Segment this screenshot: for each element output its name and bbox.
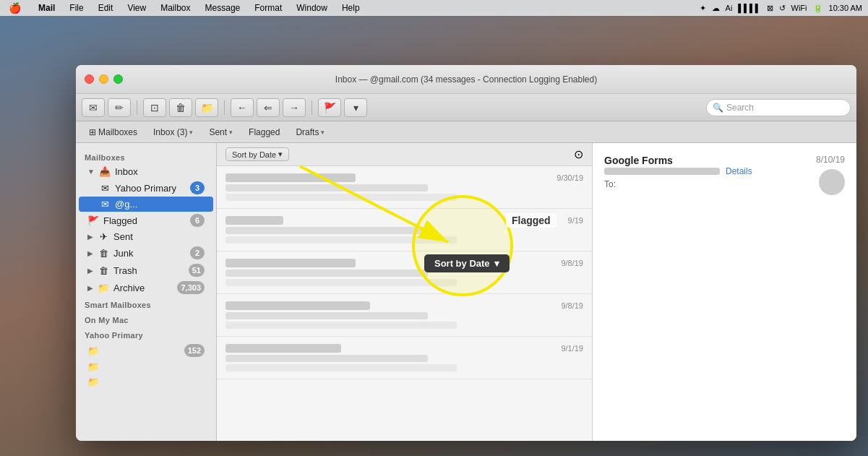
menu-help[interactable]: Help [339, 2, 363, 14]
minimize-button[interactable] [99, 74, 108, 84]
thread-icon[interactable]: ⊙ [574, 147, 583, 161]
dropbox-icon[interactable]: ✦ [700, 4, 706, 13]
menu-mail[interactable]: Mail [35, 2, 58, 14]
menu-view[interactable]: View [124, 2, 149, 14]
edit-icon: ✏ [115, 102, 124, 113]
menu-format[interactable]: Format [252, 2, 285, 14]
detail-subject-bar [604, 168, 720, 175]
sidebar-archive-label: Archive [113, 283, 173, 293]
tab-inbox-label: Inbox (3) [153, 127, 187, 137]
menubar: 🍎 Mail File Edit View Mailbox Message Fo… [0, 0, 868, 16]
msg-sender-bar [225, 216, 283, 225]
chevron-down-icon: ▾ [189, 129, 193, 136]
sidebar-item-junk[interactable]: ▶ 🗑 Junk 2 [79, 244, 213, 262]
tab-drafts-label: Drafts [296, 127, 319, 137]
folder-icon: 📁 [87, 377, 99, 387]
message-row[interactable]: 9/8/19 [217, 251, 592, 294]
sidebar-yahoo-folder-3[interactable]: 📁 [79, 374, 213, 390]
folder-icon: 📁 [201, 102, 213, 113]
sidebar-item-sent[interactable]: ▶ ✈ Sent [79, 229, 213, 244]
sidebar-item-archive[interactable]: ▶ 📁 Archive 7,303 [79, 279, 213, 296]
compose-icon-btn[interactable]: ✏ [108, 98, 131, 117]
msg-subject-bar [225, 355, 428, 362]
search-box[interactable]: 🔍 Search [706, 99, 851, 116]
search-placeholder: Search [726, 103, 754, 113]
menu-window[interactable]: Window [293, 2, 330, 14]
message-row[interactable]: 9/1/19 [217, 337, 592, 379]
sidebar-item-inbox[interactable]: ▼ 📥 Inbox [79, 164, 213, 179]
folder-icon: 📁 [87, 361, 99, 372]
move-button[interactable]: 📁 [195, 98, 218, 117]
apple-menu[interactable]: 🍎 [6, 1, 24, 14]
tab-inbox[interactable]: Inbox (3) ▾ [146, 125, 200, 139]
details-link[interactable]: Details [726, 166, 752, 176]
detail-meta: Google Forms Details To: [604, 155, 752, 189]
menubar-right: ✦ ☁ Ai ▌▌▌▌ ⊠ ↺ WiFi 🔋 10:30 AM [700, 4, 862, 13]
reply-all-button[interactable]: ⇐ [257, 98, 280, 117]
sidebar-item-gmail[interactable]: ✉ @g... [79, 197, 213, 212]
cloud-icon[interactable]: ☁ [712, 4, 720, 13]
detail-sender-name: Google Forms [604, 155, 752, 166]
message-row[interactable]: 9/30/19 [217, 166, 592, 209]
tab-flagged[interactable]: Flagged [241, 125, 287, 139]
msg-preview-bar [225, 364, 457, 371]
sort-label: Sort by Date [232, 150, 276, 159]
message-row[interactable]: 9/8/19 [217, 294, 592, 337]
chevron-down-icon: ▾ [229, 129, 233, 136]
trash-badge: 51 [189, 264, 205, 277]
msg-date: 9/1/19 [561, 344, 583, 353]
time-machine-icon[interactable]: ↺ [779, 4, 786, 13]
msg-date: 9/30/19 [557, 173, 583, 182]
delete-button[interactable]: 🗑 [169, 98, 192, 117]
menu-mailbox[interactable]: Mailbox [158, 2, 193, 14]
message-row[interactable]: 9/19 [217, 209, 592, 251]
sidebar-section-onmymac: On My Mac [76, 311, 216, 327]
sidebar-yahoo-folder-2[interactable]: 📁 [79, 359, 213, 374]
window-title: Inbox — @gmail.com (34 messages - Connec… [335, 74, 597, 85]
maximize-button[interactable] [113, 74, 123, 84]
msg-subject-bar [225, 227, 428, 234]
inbox-icon: 📥 [99, 166, 111, 177]
title-bar: Inbox — @gmail.com (34 messages - Connec… [76, 65, 856, 94]
sidebar-yahoo-folder-1[interactable]: 📁 152 [79, 342, 213, 359]
new-message-button[interactable]: ✉ [82, 98, 105, 117]
msg-header: 9/8/19 [225, 301, 583, 310]
flag-dropdown-button[interactable]: ▾ [344, 98, 367, 117]
sidebar-item-trash[interactable]: ▶ 🗑 Trash 51 [79, 262, 213, 279]
forward-button[interactable]: → [283, 98, 306, 117]
sidebar: Mailboxes ▼ 📥 Inbox ✉ Yahoo Primary 3 ✉ … [76, 143, 217, 441]
chevron-down-icon: ▾ [353, 102, 358, 113]
tab-mailboxes[interactable]: ⊞ Mailboxes [82, 125, 145, 139]
avatar [819, 169, 845, 195]
window-controls [85, 74, 123, 84]
sidebar-item-yahoo-primary[interactable]: ✉ Yahoo Primary 3 [79, 179, 213, 197]
tab-sent-label: Sent [209, 127, 227, 137]
flag-button[interactable]: 🚩 [318, 98, 341, 117]
junk-badge: 2 [190, 246, 205, 259]
menu-message[interactable]: Message [202, 2, 244, 14]
archive-icon: 📁 [98, 283, 109, 293]
menu-edit[interactable]: Edit [95, 2, 116, 14]
flag-icon: 🚩 [87, 215, 99, 226]
sort-chevron-icon: ▾ [278, 150, 283, 159]
msg-sender-bar [225, 301, 370, 310]
flagged-badge: 6 [190, 214, 205, 227]
sidebar-sent-label: Sent [113, 231, 205, 242]
yahoo-folder-2-label [103, 361, 205, 372]
adobe-icon[interactable]: Ai [726, 4, 733, 12]
sort-by-date-button[interactable]: Sort by Date ▾ [225, 147, 289, 161]
sidebar-item-flagged[interactable]: 🚩 Flagged 6 [79, 212, 213, 229]
msg-subject-bar [225, 184, 428, 192]
close-button[interactable] [85, 74, 94, 84]
tab-drafts[interactable]: Drafts ▾ [288, 125, 332, 139]
mail-window: Inbox — @gmail.com (34 messages - Connec… [76, 65, 856, 441]
wifi-icon[interactable]: WiFi [791, 4, 807, 12]
archive-button[interactable]: ⊡ [143, 98, 166, 117]
airport-icon[interactable]: ⊠ [767, 4, 773, 13]
reply-button[interactable]: ← [231, 98, 254, 117]
sidebar-inbox-label: Inbox [115, 166, 205, 177]
menu-file[interactable]: File [66, 2, 86, 14]
tab-sent[interactable]: Sent ▾ [202, 125, 240, 139]
msg-header: 9/1/19 [225, 344, 583, 353]
yahoo-folder-1-badge: 152 [184, 344, 205, 357]
